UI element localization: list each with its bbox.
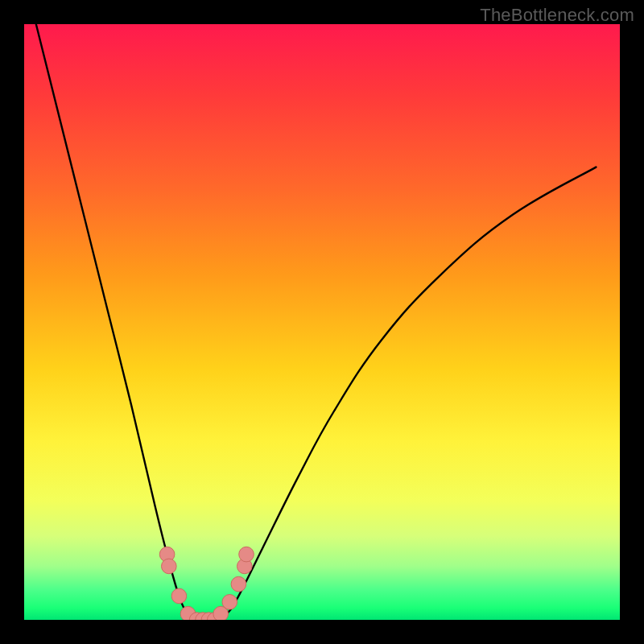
watermark-text: TheBottleneck.com	[480, 5, 634, 26]
curve-marker	[162, 559, 177, 574]
curve-marker	[222, 594, 237, 609]
chart-frame: TheBottleneck.com	[0, 0, 644, 644]
curve-marker	[239, 547, 254, 562]
curve-markers	[159, 547, 254, 620]
plot-area	[24, 24, 620, 620]
curve-marker	[171, 588, 187, 604]
curve-layer	[24, 24, 620, 620]
curve-marker	[231, 576, 246, 592]
bottleneck-curve	[36, 24, 597, 620]
